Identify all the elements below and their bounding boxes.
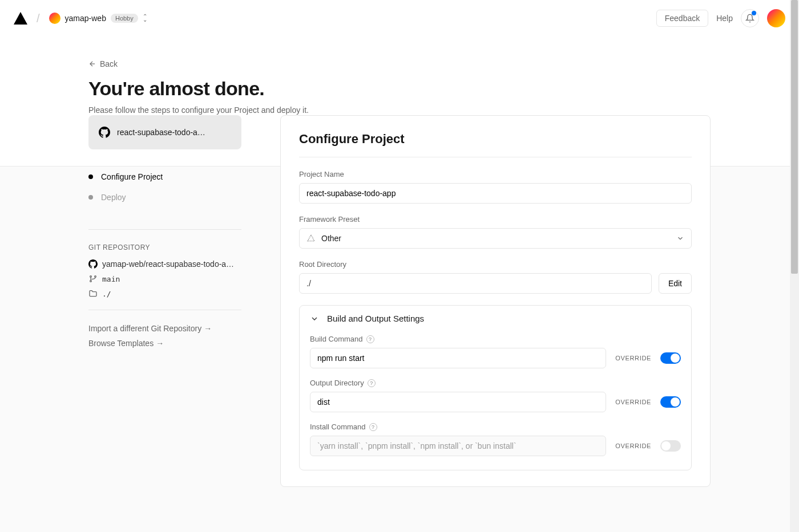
page-title: You're almost done. [88,78,711,100]
framework-preset-field: Framework Preset Other [299,215,692,249]
help-link[interactable]: Help [716,14,733,23]
scope-selector[interactable]: yamap-web Hobby ⌃⌄ [49,13,147,24]
user-avatar[interactable] [767,9,785,27]
github-icon [88,259,98,269]
field-label: Build Command [310,335,363,343]
branch-line: main [88,274,241,283]
framework-value: Other [321,234,341,243]
output-directory-input[interactable] [310,392,606,412]
folder-icon [88,289,98,298]
back-link[interactable]: Back [88,59,711,68]
override-label: OVERRIDE [615,355,651,362]
step-deploy: Deploy [88,193,241,202]
repo-full-name: yamap-web/react-supabase-todo-a… [102,259,234,269]
install-command-override-toggle[interactable] [660,440,681,452]
divider [299,157,692,157]
field-label: Install Command [310,423,366,431]
step-label: Deploy [101,193,126,202]
field-label: Project Name [299,170,692,178]
build-output-settings-accordion: Build and Output Settings Build Command … [299,305,692,470]
scope-switcher-icon[interactable]: ⌃⌄ [143,15,147,22]
steps-list: Configure Project Deploy [88,172,241,202]
repo-chip-name: react-supabase-todo-a… [117,128,205,137]
override-label: OVERRIDE [615,442,651,449]
root-path-line: ./ [88,289,241,298]
accordion-title: Build and Output Settings [327,314,424,323]
project-name-input[interactable] [299,183,692,204]
github-icon [99,127,110,138]
step-dot-icon [88,174,93,179]
step-dot-icon [88,195,93,200]
feedback-button[interactable]: Feedback [656,10,708,27]
project-name-field: Project Name [299,170,692,204]
framework-preset-select[interactable]: Other [299,228,692,249]
notification-dot-icon [752,11,756,15]
repo-full-line: yamap-web/react-supabase-todo-a… [88,259,241,269]
browse-templates-link[interactable]: Browse Templates → [88,339,241,348]
configure-project-card: Configure Project Project Name Framework… [280,115,711,487]
svg-point-1 [90,281,92,282]
accordion-header[interactable]: Build and Output Settings [300,306,691,331]
git-branch-icon [88,274,98,283]
divider [88,310,241,310]
build-command-input[interactable] [310,348,606,368]
chevron-down-icon [676,234,684,242]
sidebar: react-supabase-todo-a… Configure Project… [88,115,241,487]
breadcrumb-slash: / [37,12,40,25]
output-directory-field: Output Directory ? OVERRIDE [310,379,681,412]
step-configure-project: Configure Project [88,172,241,181]
link-label: Import a different Git Repository [88,324,201,333]
arrow-left-icon [88,60,96,68]
scope-avatar-icon [49,13,60,24]
page-scrollbar[interactable] [790,0,799,532]
lower-background: react-supabase-todo-a… Configure Project… [0,166,799,532]
install-command-field: Install Command ? OVERRIDE [310,423,681,456]
chevron-down-icon [310,314,319,323]
arrow-right-icon: → [156,339,164,348]
branch-name: main [102,275,120,283]
field-label: Output Directory [310,379,364,387]
accordion-body: Build Command ? OVERRIDE Output Director… [300,331,691,470]
framework-other-icon [306,234,316,243]
notifications-button[interactable] [741,9,759,27]
repo-chip: react-supabase-todo-a… [88,115,241,149]
field-label: Framework Preset [299,215,692,224]
step-label: Configure Project [101,172,163,181]
field-label: Root Directory [299,260,692,269]
header-right: Feedback Help [656,9,785,27]
main-columns: react-supabase-todo-a… Configure Project… [88,115,711,487]
svg-point-0 [90,276,92,278]
svg-point-2 [95,276,96,278]
top-header: / yamap-web Hobby ⌃⌄ Feedback Help [0,0,799,36]
link-label: Browse Templates [88,339,154,348]
build-command-override-toggle[interactable] [660,352,681,364]
build-command-field: Build Command ? OVERRIDE [310,335,681,368]
install-command-input [310,436,606,456]
override-label: OVERRIDE [615,399,651,405]
root-directory-field: Root Directory ./ Edit [299,260,692,294]
divider [88,229,241,230]
edit-root-directory-button[interactable]: Edit [659,273,692,294]
root-path: ./ [102,290,111,298]
scrollbar-thumb[interactable] [791,0,798,274]
vercel-logo-icon[interactable] [14,12,27,25]
arrow-right-icon: → [204,324,212,333]
output-directory-override-toggle[interactable] [660,396,681,408]
root-directory-value: ./ [299,273,652,294]
header-left: / yamap-web Hobby ⌃⌄ [14,12,147,25]
git-repository-label: GIT REPOSITORY [88,243,241,251]
scope-name: yamap-web [65,14,106,23]
back-label: Back [100,59,118,68]
card-title: Configure Project [299,132,692,147]
help-icon[interactable]: ? [368,379,376,387]
page-subtitle: Please follow the steps to configure you… [88,105,711,115]
import-different-repo-link[interactable]: Import a different Git Repository → [88,324,241,333]
plan-badge: Hobby [111,14,138,23]
help-icon[interactable]: ? [369,423,377,431]
help-icon[interactable]: ? [366,335,374,343]
